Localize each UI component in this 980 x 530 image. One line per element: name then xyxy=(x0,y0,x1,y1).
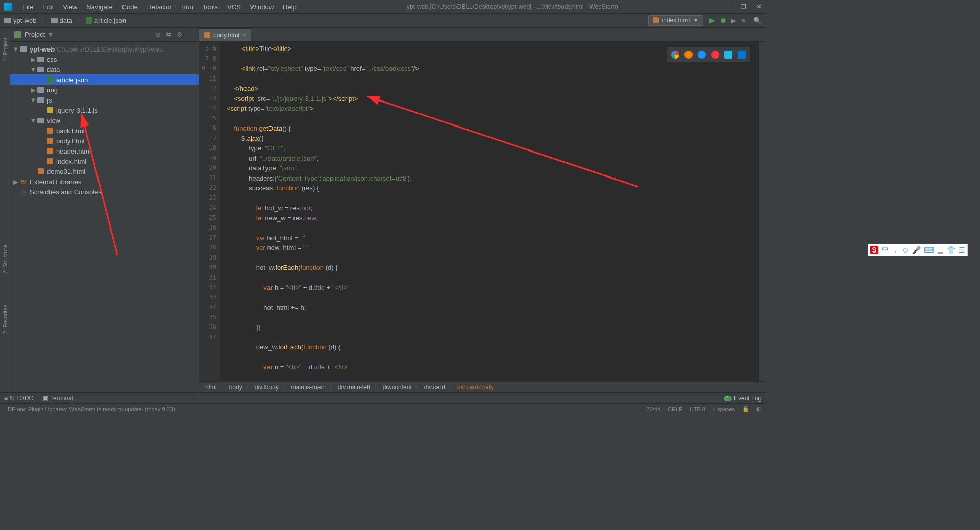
status-bar: IDE and Plugin Updates: WebStorm is read… xyxy=(0,403,766,414)
html-icon xyxy=(46,128,54,134)
tree-item-data[interactable]: ▼data xyxy=(10,64,199,74)
sidebar-title[interactable]: Project xyxy=(24,31,45,38)
crumb-div-main-left[interactable]: div.main-left xyxy=(338,384,371,391)
structure-breadcrumb[interactable]: html〉body〉div.tbody〉main.is-main〉div.mai… xyxy=(199,381,766,392)
event-log-tab[interactable]: 1Event Log xyxy=(724,395,762,402)
external-libraries[interactable]: ▶𝍎 External Libraries xyxy=(10,176,199,187)
tree-item-css[interactable]: ▶css xyxy=(10,54,199,64)
encoding[interactable]: UTF-8 xyxy=(690,406,705,412)
inspector-icon[interactable]: ◐ xyxy=(756,406,762,412)
edge-icon[interactable] xyxy=(738,51,746,59)
collapse-icon[interactable]: ⇆ xyxy=(166,31,172,38)
crumb-main-is-main[interactable]: main.is-main xyxy=(291,384,326,391)
ie-icon[interactable] xyxy=(724,51,732,59)
menu-view[interactable]: View xyxy=(59,2,81,12)
html-icon xyxy=(37,168,45,174)
tree-item-index-html[interactable]: index.html xyxy=(10,156,199,166)
menu-refactor[interactable]: Refactor xyxy=(143,2,176,12)
menu-edit[interactable]: Edit xyxy=(38,2,58,12)
crumb-div-card-body[interactable]: div.card-body xyxy=(457,384,494,391)
left-tool-strip: 1: Project 7: Structure 2: Favorites xyxy=(0,28,10,392)
stop-icon[interactable]: ■ xyxy=(741,17,745,24)
menu-tools[interactable]: Tools xyxy=(199,2,222,12)
breadcrumb-root[interactable]: ypt-web〉 xyxy=(4,16,47,25)
chrome-icon[interactable] xyxy=(671,51,679,59)
close-icon[interactable]: ✕ xyxy=(756,3,762,10)
run-config-dropdown[interactable]: index.html▼ xyxy=(648,15,704,26)
breadcrumb-file[interactable]: article.json xyxy=(86,17,126,24)
crumb-html[interactable]: html xyxy=(205,384,217,391)
html-icon xyxy=(204,32,210,38)
folder-icon xyxy=(4,18,11,23)
scratches-and-consoles[interactable]: ◇ Scratches and Consoles xyxy=(10,187,199,197)
cursor-position[interactable]: 70:44 xyxy=(647,406,661,412)
html-icon xyxy=(653,17,659,23)
right-marker-strip[interactable] xyxy=(758,42,766,381)
tree-root[interactable]: ▼ ypt-web C:\Users\DELL\Desktop\ypt\ypt-… xyxy=(10,44,199,54)
coverage-icon[interactable]: ▶ xyxy=(731,17,736,24)
lock-icon[interactable]: 🔒 xyxy=(742,406,749,412)
opera-icon[interactable] xyxy=(711,51,719,59)
gear-icon[interactable]: ⚙ xyxy=(177,31,183,38)
menu-vcs[interactable]: VCS xyxy=(223,2,245,12)
window-controls: — ❐ ✕ xyxy=(724,3,762,10)
tree-item-jquery-3-1-1-js[interactable]: jquery-3.1.1.js xyxy=(10,105,199,115)
title-bar: File Edit View Navigate Code Refactor Ru… xyxy=(0,0,766,14)
tool-project-tab[interactable]: 1: Project xyxy=(2,38,8,61)
tree-item-header-html[interactable]: header.html xyxy=(10,146,199,156)
tree-item-back-html[interactable]: back.html xyxy=(10,125,199,136)
terminal-tab[interactable]: ▣ Terminal xyxy=(43,395,73,402)
menu-code[interactable]: Code xyxy=(118,2,142,12)
json-icon xyxy=(46,76,54,83)
line-separator[interactable]: CRLF xyxy=(668,406,682,412)
crumb-div-tbody[interactable]: div.tbody xyxy=(255,384,279,391)
menu-run[interactable]: Run xyxy=(177,2,198,12)
jsfile-icon xyxy=(46,107,54,113)
crumb-div-content[interactable]: div.content xyxy=(383,384,412,391)
status-message[interactable]: IDE and Plugin Updates: WebStorm is read… xyxy=(6,406,175,412)
chevron-down-icon[interactable]: ▼ xyxy=(47,31,54,38)
debug-icon[interactable]: ⬢ xyxy=(720,17,726,24)
breadcrumb-mid[interactable]: data〉 xyxy=(51,16,83,25)
tree-item-js[interactable]: ▼js xyxy=(10,95,199,105)
folder-icon xyxy=(37,87,45,93)
tree-item-view[interactable]: ▼view xyxy=(10,115,199,125)
menu-navigate[interactable]: Navigate xyxy=(82,2,116,12)
folder-icon xyxy=(37,67,45,72)
maximize-icon[interactable]: ❐ xyxy=(741,3,746,10)
firefox-icon[interactable] xyxy=(684,51,693,59)
crumb-div-card[interactable]: div.card xyxy=(424,384,445,391)
folder-icon xyxy=(37,118,45,123)
line-gutter[interactable]: 5 6 7 8 9 10 11 12 13 14 15 16 17 18 19 … xyxy=(199,42,220,381)
tool-favorites-tab[interactable]: 2: Favorites xyxy=(2,305,8,334)
indent[interactable]: 4 spaces xyxy=(713,406,735,412)
target-icon[interactable]: ⊕ xyxy=(155,31,161,38)
menu-window[interactable]: Window xyxy=(246,2,278,12)
tree-item-article-json[interactable]: article.json xyxy=(10,74,199,85)
project-icon xyxy=(14,31,21,38)
folder-icon xyxy=(51,18,58,23)
search-icon[interactable]: 🔍 xyxy=(753,17,762,24)
todo-tab[interactable]: ≡ 6: TODO xyxy=(4,395,34,402)
menu-bar: File Edit View Navigate Code Refactor Ru… xyxy=(18,2,301,12)
tree-item-body-html[interactable]: body.html xyxy=(10,136,199,146)
code-editor[interactable]: <title>Title</title> <link rel="styleshe… xyxy=(220,42,758,381)
tool-structure-tab[interactable]: 7: Structure xyxy=(2,245,8,274)
tree-item-img[interactable]: ▶img xyxy=(10,85,199,95)
project-sidebar: Project ▼ ⊕ ⇆ ⚙ — ▼ ypt-web C:\Users\DEL… xyxy=(10,28,199,392)
minimize-icon[interactable]: — xyxy=(724,3,730,10)
run-icon[interactable]: ▶ xyxy=(709,16,715,24)
hide-icon[interactable]: — xyxy=(188,31,194,38)
close-tab-icon[interactable]: × xyxy=(242,32,246,39)
folder-icon xyxy=(37,57,45,62)
menu-help[interactable]: Help xyxy=(279,2,301,12)
tree-item-demo01-html[interactable]: demo01.html xyxy=(10,166,199,176)
tab-body-html[interactable]: body.html × xyxy=(199,28,251,41)
crumb-body[interactable]: body xyxy=(229,384,242,391)
safari-icon[interactable] xyxy=(698,51,706,59)
menu-file[interactable]: File xyxy=(18,2,37,12)
webstorm-icon xyxy=(4,3,12,11)
editor-tabs: body.html × xyxy=(199,28,766,42)
nav-bar: ypt-web〉 data〉 article.json index.html▼ … xyxy=(0,14,766,28)
folder-icon xyxy=(37,97,45,103)
